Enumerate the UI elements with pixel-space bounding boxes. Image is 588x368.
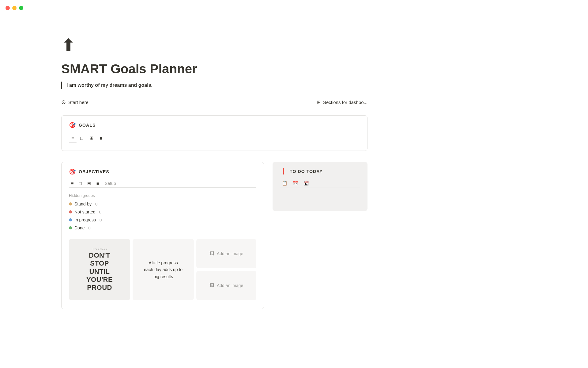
goals-section: 🎯 GOALS ≡ □ ⊞ ■ xyxy=(61,115,368,151)
sections-label: Sections for dashbo... xyxy=(323,100,368,105)
goals-icon: 🎯 xyxy=(69,122,76,128)
standby-count: 0 xyxy=(95,202,97,206)
status-group-standby: Stand-by 0 xyxy=(69,201,256,206)
arrow-up-icon: ⬆ xyxy=(61,36,76,55)
status-group-in-progress: In progress 0 xyxy=(69,217,256,222)
start-here-label: Start here xyxy=(68,100,89,105)
add-image-icon-2: 🖼 xyxy=(209,283,214,288)
page-quote: I am worthy of my dreams and goals. xyxy=(61,82,368,89)
standby-dot xyxy=(69,202,72,205)
quote-bar xyxy=(61,82,62,89)
objectives-tab-calendar[interactable]: ■ xyxy=(94,179,101,187)
todo-widget: ❗ To Do Today 📋 📅 📆 xyxy=(273,162,368,211)
status-group-not-started: Not started 0 xyxy=(69,209,256,214)
add-image-cards: 🖼 Add an image 🖼 Add an image xyxy=(196,239,256,300)
done-label: Done xyxy=(74,225,85,230)
start-here-button[interactable]: ⊙ Start here xyxy=(61,99,89,105)
goals-header: 🎯 GOALS xyxy=(69,122,360,128)
add-image-label-1: Add an image xyxy=(217,251,243,256)
goals-title: GOALS xyxy=(79,123,96,128)
add-image-card-2[interactable]: 🖼 Add an image xyxy=(196,271,256,300)
in-progress-dot xyxy=(69,218,72,221)
goals-tab-board[interactable]: □ xyxy=(78,134,86,143)
done-dot xyxy=(69,226,72,229)
todo-tab-calendar[interactable]: 📅 xyxy=(291,179,300,187)
objectives-title: OBJECTIVES xyxy=(79,169,109,174)
objectives-setup-label[interactable]: Setup xyxy=(105,181,116,186)
in-progress-count: 0 xyxy=(100,218,102,222)
objectives-icon: 🎯 xyxy=(69,168,76,175)
not-started-count: 0 xyxy=(99,210,101,214)
minimize-button[interactable] xyxy=(12,6,17,10)
done-count: 0 xyxy=(88,226,90,230)
not-started-dot xyxy=(69,210,72,213)
objectives-header: 🎯 OBJECTIVES xyxy=(69,168,256,175)
main-content: ⬆ SMART Goals Planner I am worthy of my … xyxy=(0,0,429,309)
dont-stop-card: PROGRESS DON'TSTOPUNTILYOU'REPROUD xyxy=(69,239,130,300)
dont-stop-text: DON'TSTOPUNTILYOU'REPROUD xyxy=(86,251,113,292)
objectives-tab-board[interactable]: □ xyxy=(77,179,84,187)
status-group-done: Done 0 xyxy=(69,225,256,230)
add-image-card-1[interactable]: 🖼 Add an image xyxy=(196,239,256,268)
progress-card: A little progresseach day adds up tobig … xyxy=(133,239,194,300)
todo-header: ❗ To Do Today xyxy=(280,168,360,175)
goals-view-tabs: ≡ □ ⊞ ■ xyxy=(69,133,360,143)
dont-stop-sub: PROGRESS xyxy=(92,247,107,250)
grid-icon: ⊞ xyxy=(317,99,321,105)
two-col-layout: 🎯 OBJECTIVES ≡ □ ⊞ ■ Setup Hidden groups… xyxy=(61,162,368,309)
todo-view-tabs: 📋 📅 📆 xyxy=(280,179,360,187)
todo-tab-list[interactable]: 📋 xyxy=(280,179,289,187)
standby-label: Stand-by xyxy=(74,201,92,206)
page-title: SMART Goals Planner xyxy=(61,61,368,77)
objectives-view-tabs: ≡ □ ⊞ ■ Setup xyxy=(69,179,256,188)
objectives-tab-list[interactable]: ≡ xyxy=(69,179,76,187)
todo-tab-week[interactable]: 📆 xyxy=(301,179,311,187)
add-image-icon-1: 🖼 xyxy=(209,251,214,256)
not-started-label: Not started xyxy=(74,209,95,214)
circle-arrow-icon: ⊙ xyxy=(61,99,66,105)
todo-title: To Do Today xyxy=(290,169,323,174)
sections-button[interactable]: ⊞ Sections for dashbo... xyxy=(317,99,368,105)
titlebar xyxy=(0,0,588,16)
close-button[interactable] xyxy=(6,6,10,10)
in-progress-label: In progress xyxy=(74,217,96,222)
add-image-label-2: Add an image xyxy=(217,283,243,288)
quote-text: I am worthy of my dreams and goals. xyxy=(66,82,153,89)
goals-tab-calendar[interactable]: ■ xyxy=(97,134,105,143)
objectives-widget: 🎯 OBJECTIVES ≡ □ ⊞ ■ Setup Hidden groups… xyxy=(61,162,264,309)
goals-tab-list[interactable]: ≡ xyxy=(69,134,77,143)
action-bar: ⊙ Start here ⊞ Sections for dashbo... xyxy=(61,99,368,105)
page-icon: ⬆ xyxy=(61,37,368,54)
hidden-groups-label: Hidden groups xyxy=(69,193,256,198)
objectives-tab-gallery[interactable]: ⊞ xyxy=(85,179,93,187)
todo-icon: ❗ xyxy=(280,168,287,175)
objectives-image-row: PROGRESS DON'TSTOPUNTILYOU'REPROUD A lit… xyxy=(69,239,256,300)
maximize-button[interactable] xyxy=(19,6,23,10)
progress-text: A little progresseach day adds up tobig … xyxy=(139,255,187,285)
goals-tab-gallery[interactable]: ⊞ xyxy=(87,133,96,143)
